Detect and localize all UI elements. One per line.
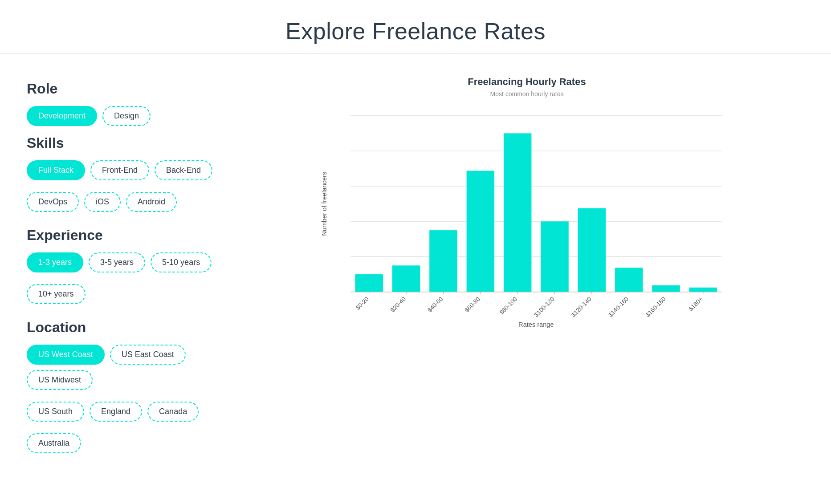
bar[interactable] [689,288,717,292]
skills-section: Skills Full StackFront-EndBack-EndDevOps… [27,135,223,218]
chips-row: US SouthEnglandCanada [27,402,223,422]
filter-chip[interactable]: Australia [27,433,81,453]
filter-chip[interactable]: DevOps [27,192,79,212]
location-section-title: Location [27,319,223,336]
bar[interactable] [615,268,643,292]
filter-chip[interactable]: US West Coast [27,345,105,365]
experience-chips-container: 1-3 years3-5 years5-10 years10+ years [27,252,223,310]
bar[interactable] [541,221,569,292]
filter-chip[interactable]: Android [126,192,177,212]
filter-chip[interactable]: 10+ years [27,284,86,304]
filter-chip[interactable]: US East Coast [110,345,186,365]
x-axis-tick-label: $60-80 [464,296,481,313]
x-axis-tick-label: $40-60 [426,296,444,313]
filter-chip[interactable]: Canada [147,402,199,422]
filter-chip[interactable]: 5-10 years [151,252,212,272]
filter-chip[interactable]: 3-5 years [89,252,145,272]
role-chip[interactable]: Development [27,106,97,126]
role-section-title: Role [27,81,223,97]
chips-row: DevOpsiOSAndroid [27,192,223,212]
role-chip[interactable]: Design [102,106,151,126]
bar[interactable] [392,265,420,292]
page-title: Explore Freelance Rates [0,18,831,45]
chart-subtitle: Most common hourly rates [249,90,804,98]
chips-row: 1-3 years3-5 years5-10 years [27,252,223,272]
filter-chip[interactable]: US South [27,402,84,422]
location-chips-container: US West CoastUS East CoastUS MidwestUS S… [27,345,223,459]
x-axis-tick-label: $100-120 [533,296,556,318]
x-axis-tick-label: $180+ [687,296,704,313]
skills-chips-container: Full StackFront-EndBack-EndDevOpsiOSAndr… [27,160,223,218]
filter-chip[interactable]: US Midwest [27,370,93,390]
role-section: Role DevelopmentDesign [27,81,223,126]
chips-row: Australia [27,433,223,453]
chart-area: Freelancing Hourly Rates Most common hou… [249,72,804,459]
x-axis-tick-label: $0-20 [354,296,370,311]
filter-chip[interactable]: Full Stack [27,160,85,180]
bar[interactable] [429,230,457,292]
filters-panel: Role DevelopmentDesign Skills Full Stack… [27,72,223,459]
main-content: Role DevelopmentDesign Skills Full Stack… [0,54,831,477]
chart-title: Freelancing Hourly Rates [249,76,804,88]
role-chips-row: DevelopmentDesign [27,106,223,126]
x-axis-tick-label: $20-40 [389,296,407,313]
bar[interactable] [467,171,494,292]
x-axis-label: Rates range [518,321,554,328]
location-section: Location US West CoastUS East CoastUS Mi… [27,319,223,459]
filter-chip[interactable]: 1-3 years [27,252,83,272]
experience-section-title: Experience [27,227,223,244]
chart-container: Number of freelancersRates range$0-20$20… [249,106,804,329]
bar[interactable] [652,285,680,292]
chips-row: Full StackFront-EndBack-End [27,160,223,180]
x-axis-tick-label: $140-160 [607,296,630,318]
filter-chip[interactable]: iOS [84,192,121,212]
chips-row: US West CoastUS East CoastUS Midwest [27,345,223,390]
chips-row: 10+ years [27,284,223,304]
filter-chip[interactable]: England [90,402,142,422]
bar[interactable] [355,274,383,292]
filter-chip[interactable]: Front-End [90,160,149,180]
y-axis-label: Number of freelancers [321,172,328,236]
filter-chip[interactable]: Back-End [155,160,212,180]
experience-section: Experience 1-3 years3-5 years5-10 years1… [27,227,223,310]
x-axis-tick-label: $80-100 [498,296,519,316]
x-axis-tick-label: $160-180 [644,296,667,318]
x-axis-tick-label: $120-140 [570,296,593,318]
bar[interactable] [578,208,606,292]
skills-section-title: Skills [27,135,223,151]
page-header: Explore Freelance Rates [0,0,831,54]
bar-chart: Number of freelancersRates range$0-20$20… [249,106,804,329]
bar[interactable] [504,133,532,292]
